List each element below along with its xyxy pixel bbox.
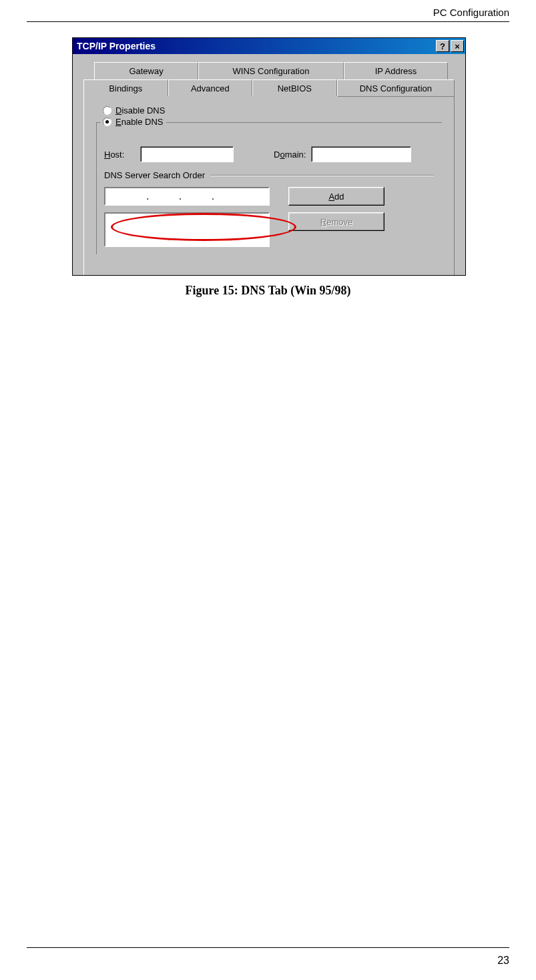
close-button[interactable]: × [451,40,464,52]
radio-off-icon [103,106,111,115]
radio-on-icon [103,117,111,126]
tab-ipaddress[interactable]: IP Address [344,62,448,79]
titlebar: TCP/IP Properties ? × [73,38,465,54]
tcpip-dialog: TCP/IP Properties ? × Gateway WINS Confi… [72,37,466,276]
radio-enable-dns[interactable]: Enable DNS [100,117,166,127]
tab-advanced[interactable]: Advanced [168,79,253,97]
tab-wins[interactable]: WINS Configuration [198,62,344,79]
tab-dns-configuration[interactable]: DNS Configuration [337,79,455,97]
tab-body: Disable DNS Enable DNS Host: Domain: [83,96,455,276]
page-number: 23 [497,955,509,967]
tab-bindings[interactable]: Bindings [83,79,168,97]
help-button[interactable]: ? [436,40,449,52]
figure-wrapper: TCP/IP Properties ? × Gateway WINS Confi… [72,37,466,276]
tab-netbios[interactable]: NetBIOS [252,79,337,97]
rule-top [27,21,509,22]
figure-caption: Figure 15: DNS Tab (Win 95/98) [0,284,536,298]
radio-enable-label: Enable DNS [115,117,164,127]
enable-dns-group: Enable DNS Host: Domain: DNS Server Sear… [96,117,442,254]
page-header: PC Configuration [433,7,509,18]
radio-disable-dns[interactable]: Disable DNS [103,105,442,115]
rule-bottom [27,947,509,948]
tab-gateway[interactable]: Gateway [94,62,198,79]
titlebar-text: TCP/IP Properties [77,41,156,51]
radio-disable-label: Disable DNS [115,105,165,115]
tab-row-front: Bindings Advanced NetBIOS DNS Configurat… [83,79,455,97]
tab-row-back: Gateway WINS Configuration IP Address [94,62,448,79]
